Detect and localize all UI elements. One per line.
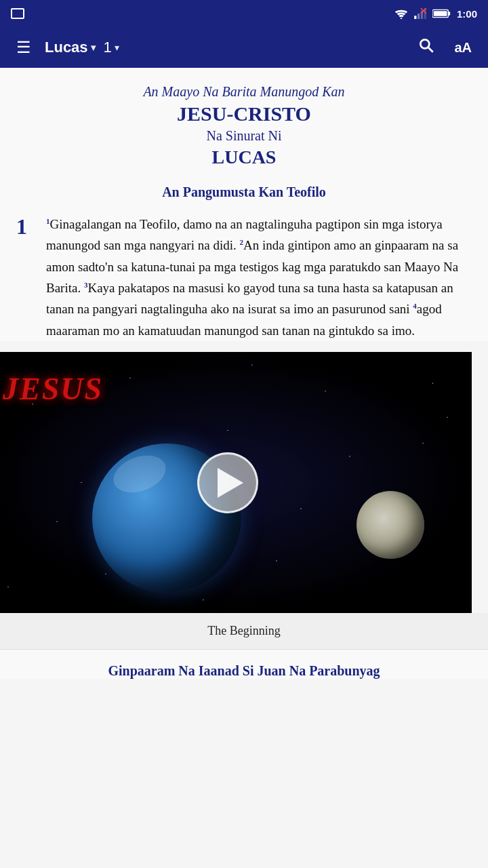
next-section: Ginpaaram Na Iaanad Si Juan Na Parabunya… [0,650,488,679]
verse-block-1: 1 1Ginagalangan na Teofilo, damo na an n… [16,214,472,341]
status-bar: 1:00 [0,0,488,27]
verse-sup-4: 4 [413,302,417,310]
book-author-label: Na Sinurat Ni [16,128,472,144]
chapter-selector[interactable]: 1 ▾ [104,39,119,56]
video-container: JESUS [0,352,472,613]
svg-point-0 [401,18,403,19]
battery-icon [432,8,451,19]
verse-number-large: 1 [16,214,38,239]
book-selector[interactable]: Lucas ▾ [45,39,96,56]
wifi-icon [394,8,408,19]
signal-icon [413,8,427,19]
section-heading: An Pangumusta Kan Teofilo [16,184,472,200]
time-display: 1:00 [457,8,477,20]
jesus-logo: JESUS [3,371,103,407]
book-dropdown-arrow: ▾ [91,42,96,53]
book-subtitle: An Maayo Na Barita Manungod Kan [16,84,472,100]
image-icon [11,8,24,19]
status-left [11,8,24,19]
svg-line-11 [428,47,433,52]
book-header: An Maayo Na Barita Manungod Kan JESU-CRI… [16,84,472,168]
menu-button[interactable]: ☰ [11,33,37,62]
main-content: An Maayo Na Barita Manungod Kan JESU-CRI… [0,68,488,341]
toolbar: ☰ Lucas ▾ 1 ▾ aA [0,27,488,68]
chapter-dropdown-arrow: ▾ [115,42,119,53]
book-title-main: JESU-CRISTO [16,102,472,125]
svg-rect-9 [434,11,447,16]
book-author: LUCAS [16,146,472,168]
svg-rect-1 [414,16,416,19]
svg-rect-8 [448,12,450,16]
font-size-button[interactable]: aA [449,35,477,61]
video-background: JESUS [0,352,472,613]
verse-text-1: 1Ginagalangan na Teofilo, damo na an nag… [46,214,472,341]
next-section-heading: Ginpaaram Na Iaanad Si Juan Na Parabunya… [16,663,472,679]
verse-sup-3: 3 [84,281,88,289]
svg-point-10 [421,39,430,48]
video-caption: The Beginning [0,613,488,650]
moon-graphic [357,491,424,559]
verse-sup-2: 2 [239,238,243,246]
search-button[interactable] [412,31,441,64]
play-triangle-icon [218,468,243,498]
svg-rect-2 [418,14,420,19]
verse-sup-1: 1 [46,217,50,225]
status-right: 1:00 [394,8,477,20]
play-button[interactable] [197,452,258,513]
